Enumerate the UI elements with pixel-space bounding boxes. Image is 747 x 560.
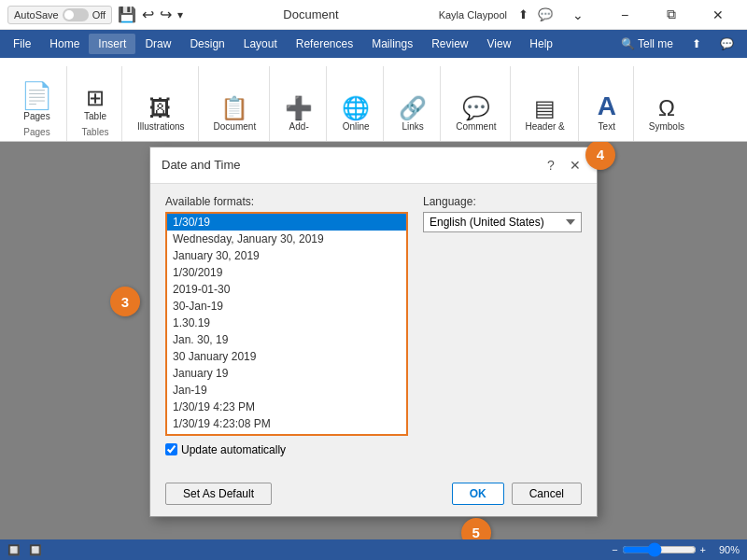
menu-file[interactable]: File: [4, 34, 40, 54]
update-auto-checkbox[interactable]: [165, 443, 177, 455]
add-label: Add-: [289, 121, 309, 132]
autosave-state: Off: [92, 9, 106, 21]
user-name: Kayla Claypool: [439, 9, 507, 21]
ribbon-btn-table[interactable]: ⊞ Table: [77, 85, 114, 123]
redo-icon[interactable]: ↪: [160, 6, 172, 23]
update-auto-label: Update automatically: [181, 443, 286, 456]
status-left: 🔲 🔲: [7, 544, 42, 556]
save-icon[interactable]: 💾: [118, 6, 136, 23]
ribbon-btn-comment[interactable]: 💬 Comment: [450, 95, 501, 133]
undo-icon[interactable]: ↩: [142, 6, 154, 23]
zoom-range[interactable]: [622, 542, 697, 557]
cancel-button[interactable]: Cancel: [512, 483, 582, 505]
online-label: Online: [343, 121, 370, 132]
pages-label: Pages: [23, 111, 49, 121]
online-icon: 🌐: [342, 97, 370, 119]
dialog-close-button[interactable]: ✕: [565, 155, 585, 175]
ribbon-btn-document[interactable]: 📋 Document: [208, 95, 262, 133]
zoom-minus-btn[interactable]: −: [612, 544, 617, 555]
ribbon-group-add: ➕ Add-: [272, 66, 327, 141]
ribbon-btn-add[interactable]: ➕ Add-: [279, 95, 318, 133]
illustrations-label: Illustrations: [137, 121, 185, 132]
menu-layout[interactable]: Layout: [234, 34, 287, 54]
menu-design[interactable]: Design: [180, 34, 233, 54]
menu-draw[interactable]: Draw: [135, 34, 180, 54]
language-column: Language: English (United States): [423, 195, 582, 456]
illustrations-icon: 🖼: [149, 97, 172, 119]
format-item[interactable]: 1/30/2019: [167, 264, 406, 281]
ribbon-btn-pages[interactable]: 📄 Pages: [15, 81, 59, 123]
menu-help[interactable]: Help: [520, 34, 562, 54]
ok-button[interactable]: OK: [452, 483, 504, 505]
menu-insert[interactable]: Insert: [89, 34, 135, 54]
autosave-pill[interactable]: [63, 8, 89, 21]
table-icon: ⊞: [86, 87, 105, 109]
zoom-slider: − + 90%: [612, 542, 740, 557]
zoom-level: 90%: [710, 544, 740, 555]
autosave-dot: [64, 10, 74, 20]
menu-view[interactable]: View: [478, 34, 521, 54]
callout-3: 3: [110, 287, 140, 316]
ribbon-group-document: 📋 Document: [201, 66, 271, 141]
links-label: Links: [402, 121, 423, 132]
ribbon-btn-header[interactable]: ▤ Header &: [520, 95, 571, 133]
dialog-title: Date and Time: [162, 158, 241, 172]
symbols-label: Symbols: [649, 121, 684, 132]
set-default-button[interactable]: Set As Default: [165, 483, 272, 505]
ribbon-btn-illustrations[interactable]: 🖼 Illustrations: [132, 95, 190, 133]
format-item[interactable]: 1/30/19 4:23:08 PM: [167, 415, 406, 432]
dialog-body: Available formats: 1/30/19Wednesday, Jan…: [150, 184, 597, 475]
share-icon[interactable]: ⬆: [518, 7, 529, 21]
ribbon-btn-links[interactable]: 🔗 Links: [393, 95, 432, 133]
pages-icon: 📄: [21, 83, 53, 109]
restore-button[interactable]: ⧉: [650, 0, 693, 30]
comments-menu-btn[interactable]: 💬: [711, 34, 743, 54]
format-item[interactable]: 30-Jan-19: [167, 298, 406, 315]
format-item[interactable]: Jan-19: [167, 382, 406, 399]
format-item[interactable]: 30 January 2019: [167, 348, 406, 365]
format-item[interactable]: Jan. 30, 19: [167, 331, 406, 348]
menu-review[interactable]: Review: [422, 34, 477, 54]
ribbon-group-pages: 📄 Pages Pages: [7, 66, 67, 141]
ribbon-btn-online[interactable]: 🌐 Online: [336, 95, 375, 133]
format-item[interactable]: 1/30/19: [167, 214, 406, 231]
ribbon-btn-symbols[interactable]: Ω Symbols: [643, 95, 690, 133]
quick-access-more[interactable]: ▾: [177, 8, 183, 21]
format-item[interactable]: January 19: [167, 365, 406, 382]
language-select[interactable]: English (United States): [423, 212, 582, 232]
search-btn[interactable]: 🔍 Tell me: [612, 34, 683, 54]
ribbon-btn-text[interactable]: A Text: [588, 91, 626, 133]
menu-references[interactable]: References: [287, 34, 362, 54]
text-label: Text: [599, 121, 615, 132]
menu-home[interactable]: Home: [40, 34, 89, 54]
format-item[interactable]: Wednesday, January 30, 2019: [167, 231, 406, 247]
dialog-help-button[interactable]: ?: [541, 155, 561, 175]
share-menu-btn[interactable]: ⬆: [683, 34, 711, 54]
tables-group-label: Tables: [82, 127, 109, 141]
pages-group-label: Pages: [23, 127, 49, 141]
format-item[interactable]: 2019-01-30: [167, 281, 406, 298]
formats-label: Available formats:: [165, 195, 408, 208]
format-item[interactable]: 1/30/19 4:23 PM: [167, 399, 406, 415]
comments-icon[interactable]: 💬: [538, 7, 553, 21]
comment-label: Comment: [456, 121, 496, 132]
close-button[interactable]: ✕: [697, 0, 740, 30]
menu-mailings[interactable]: Mailings: [362, 34, 422, 54]
title-bar-left: AutoSave Off 💾 ↩ ↪ ▾: [7, 6, 183, 24]
format-item[interactable]: 1.30.19: [167, 315, 406, 331]
ribbon-toggle-btn[interactable]: ⌄: [557, 0, 599, 30]
zoom-plus-btn[interactable]: +: [700, 544, 706, 555]
format-item[interactable]: January 30, 2019: [167, 247, 406, 264]
format-list[interactable]: 1/30/19Wednesday, January 30, 2019Januar…: [165, 212, 408, 436]
ribbon-group-links: 🔗 Links: [386, 66, 441, 141]
menu-bar: File Home Insert Draw Design Layout Refe…: [0, 30, 747, 58]
ribbon-group-illustrations: 🖼 Illustrations: [124, 66, 199, 141]
minimize-button[interactable]: −: [603, 0, 646, 30]
autosave-toggle[interactable]: AutoSave Off: [7, 6, 112, 24]
page-icon[interactable]: 🔲: [7, 544, 21, 555]
format-item[interactable]: 4:23 PM: [167, 432, 406, 436]
word-count-icon[interactable]: 🔲: [29, 544, 42, 555]
ribbon-group-online: 🌐 Online: [329, 66, 384, 141]
dialog-overlay: Date and Time ? ✕ Available formats: 1/3…: [0, 142, 747, 539]
autosave-label: AutoSave: [14, 9, 59, 21]
